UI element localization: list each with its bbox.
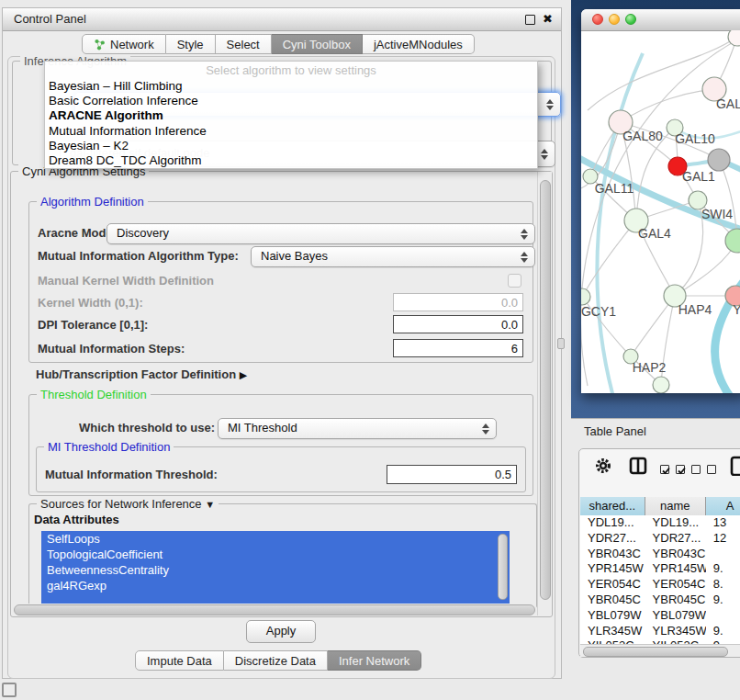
gear-icon[interactable] [594, 457, 612, 475]
tab-label: Discretize Data [235, 651, 316, 671]
data-attributes-label: Data Attributes [34, 513, 119, 526]
deselect-all-checks-icon[interactable] [691, 461, 716, 475]
new-table-icon[interactable] [730, 456, 740, 476]
tab-select[interactable]: Select [216, 34, 272, 54]
network-node[interactable] [653, 377, 669, 393]
settings-horizontal-scrollbar[interactable] [12, 604, 536, 615]
data-attributes-list[interactable]: SelfLoopsTopologicalCoefficientBetweenne… [41, 531, 510, 604]
attribute-item-topologicalcoefficient[interactable]: TopologicalCoefficient [41, 547, 510, 562]
which-threshold-combo[interactable]: MI Threshold [218, 418, 497, 439]
popup-placeholder: Select algorithm to view settings [45, 63, 537, 77]
minimize-traffic-light[interactable] [609, 14, 620, 25]
table-row[interactable]: YDL19...YDL19...13 [580, 515, 740, 531]
zoom-traffic-light[interactable] [625, 14, 636, 25]
tab-label: Infer Network [339, 651, 409, 671]
node-label-gal: GAL [716, 96, 740, 111]
which-threshold-value: MI Threshold [228, 421, 297, 435]
mi-steps-field[interactable] [393, 339, 523, 357]
table-row[interactable]: YPR145WYPR145W9. [580, 561, 740, 577]
popup-item-bayesian-hill-climbing[interactable]: Bayesian – Hill Climbing [49, 79, 533, 94]
hub-definition-expander[interactable]: Hub/Transcription Factor Definition ▶ [36, 367, 247, 381]
table-horizontal-scrollbar[interactable] [580, 644, 740, 657]
popup-item-mutual-information-inference[interactable]: Mutual Information Inference [49, 124, 533, 139]
popup-item-dream8-dc-tdc-algorithm[interactable]: Dream8 DC_TDC Algorithm [49, 153, 533, 168]
tab-label: Style [177, 35, 204, 54]
manual-kernel-checkbox[interactable] [508, 274, 521, 288]
control-panel-titlebar[interactable]: Control Panel ✖ [3, 8, 561, 31]
table-row[interactable]: YBR043CYBR043C [580, 547, 740, 562]
list-scrollbar[interactable] [498, 534, 508, 600]
table-row[interactable]: YER054CYER054C8. [580, 577, 740, 593]
node-label-swi4: SWI4 [701, 207, 733, 221]
which-threshold-label: Which threshold to use: [79, 421, 215, 435]
columns-icon[interactable] [629, 457, 647, 475]
threshold-definition-label: Threshold Definition [37, 388, 151, 401]
attribute-item-betweennesscentrality[interactable]: BetweennessCentrality [41, 562, 510, 578]
table-cell: YDR27... [580, 531, 645, 547]
network-node[interactable] [708, 149, 730, 171]
dpi-tolerance-field[interactable] [393, 315, 523, 333]
attribute-item-selfloops[interactable]: SelfLoops [41, 531, 510, 547]
split-pane-handle[interactable] [557, 338, 565, 349]
network-window-titlebar[interactable] [581, 9, 740, 31]
float-window-icon[interactable] [525, 15, 535, 25]
close-icon[interactable]: ✖ [543, 11, 553, 28]
sources-group: Sources for Network Inference ▼ Data Att… [28, 503, 537, 608]
node-label-gal1: GAL1 [682, 169, 715, 184]
table-cell: YER054C [645, 577, 706, 593]
table-row[interactable]: YDR27...YDR27...12 [580, 531, 740, 547]
popup-item-basic-correlation-inference[interactable]: Basic Correlation Inference [49, 94, 533, 108]
column-header-shared[interactable]: shared... [580, 497, 645, 515]
tab-network[interactable]: Network [82, 34, 166, 54]
table-cell: 9. [706, 561, 740, 577]
column-header-a[interactable]: A [706, 497, 740, 515]
tab-cyni-toolbox[interactable]: Cyni Toolbox [272, 34, 363, 54]
kernel-width-field[interactable] [393, 293, 523, 311]
aracne-mode-label: Aracne Mode: [38, 226, 117, 240]
column-header-name[interactable]: name [645, 497, 706, 515]
table-cell [706, 547, 740, 562]
combo-stepper-icon [521, 228, 529, 241]
select-all-checks-icon[interactable] [660, 461, 685, 475]
mi-threshold-definition-group: MI Threshold Definition Mutual Informati… [36, 446, 526, 492]
table-cell: YBL079W [645, 608, 706, 624]
attribute-item-gal4rgexp[interactable]: gal4RGexp [41, 578, 510, 593]
tab-label: Cyni Toolbox [283, 35, 351, 54]
network-icon [94, 39, 106, 51]
sources-label: Sources for Network Inference [40, 497, 202, 511]
settings-vertical-scrollbar[interactable] [537, 172, 552, 615]
popup-item-aracne-algorithm[interactable]: ARACNE Algorithm [49, 108, 533, 123]
mi-threshold-field[interactable] [387, 465, 517, 484]
table-row[interactable]: YLR345WYLR345W9. [580, 624, 740, 639]
apply-button[interactable]: Apply [246, 620, 316, 643]
network-node[interactable] [725, 229, 740, 253]
table-row[interactable]: YBR045CYBR045C9. [580, 593, 740, 608]
table-row[interactable]: YBL079WYBL079W [580, 608, 740, 624]
tab-style[interactable]: Style [166, 34, 216, 54]
bottom-tab-discretize-data[interactable]: Discretize Data [224, 650, 328, 671]
table-cell: 12 [706, 531, 740, 547]
combo-stepper-icon [521, 251, 529, 264]
tab-jactivemnodules[interactable]: jActiveMNodules [363, 34, 475, 54]
mi-type-combo[interactable]: Naive Bayes [251, 246, 535, 267]
network-node[interactable] [581, 288, 590, 305]
network-view-panel: GALGAL80GAL10GAL1GAL11SWI4GAL4GCY1HAP4YH… [571, 0, 740, 419]
control-panel-tabs: NetworkStyleSelectCyni ToolboxjActiveMNo… [82, 34, 475, 54]
table-panel-title: Table Panel [584, 424, 646, 438]
mi-threshold-label: Mutual Information Threshold: [45, 468, 218, 481]
close-traffic-light[interactable] [592, 14, 603, 25]
minimized-panel-icon[interactable] [2, 683, 17, 697]
node-label-gal4: GAL4 [638, 226, 671, 241]
mi-threshold-definition-label: MI Threshold Definition [44, 440, 174, 454]
table-toolbar [579, 449, 740, 496]
sources-expander[interactable]: Sources for Network Inference ▼ [37, 497, 219, 511]
table-cell: YDR27... [645, 531, 706, 547]
table-cell: YBR045C [645, 593, 706, 608]
bottom-tab-impute-data[interactable]: Impute Data [135, 650, 224, 671]
aracne-mode-combo[interactable]: Discovery [107, 223, 535, 244]
network-graph[interactable]: GALGAL80GAL10GAL1GAL11SWI4GAL4GCY1HAP4YH… [581, 30, 740, 393]
popup-item-bayesian-k2[interactable]: Bayesian – K2 [49, 139, 533, 153]
bottom-tab-infer-network[interactable]: Infer Network [328, 650, 421, 671]
panel-title: Control Panel [14, 8, 86, 30]
table-cell: YLR345W [580, 624, 645, 639]
